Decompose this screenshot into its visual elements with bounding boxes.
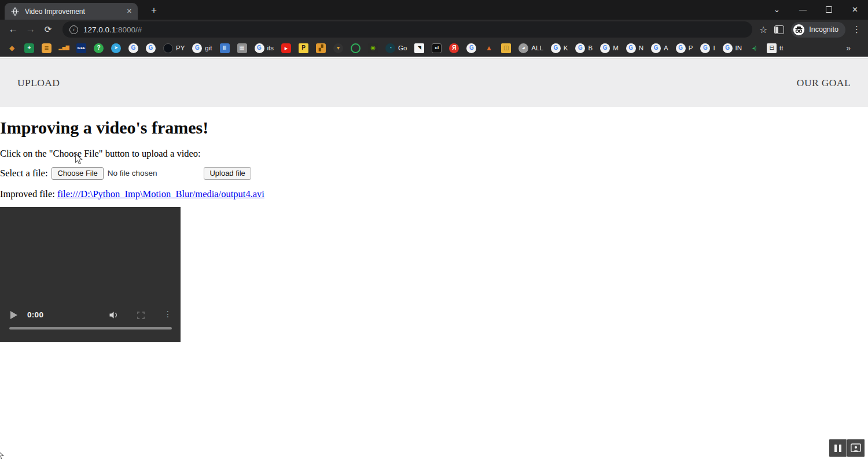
- bookmark-item[interactable]: ▂▅▇: [59, 43, 69, 53]
- google-icon: G: [700, 43, 710, 53]
- bookmark-item[interactable]: G I: [700, 43, 715, 53]
- bookmark-item[interactable]: ◆: [7, 43, 17, 53]
- bookmark-item[interactable]: ➤: [111, 43, 121, 53]
- browser-tab[interactable]: Video Improvement ✕: [5, 3, 138, 20]
- bookmark-item[interactable]: G B: [575, 43, 593, 53]
- incognito-icon: [793, 24, 805, 36]
- bookmark-item[interactable]: ◫: [501, 43, 511, 53]
- cart-icon: ▾: [333, 43, 343, 53]
- bookmarks-bar: ◆ + ≣ ▂▅▇ IEEE: [0, 39, 868, 57]
- swirl-icon: ◔: [385, 43, 395, 53]
- bus-icon: ⊟: [767, 43, 777, 53]
- upload-file-button[interactable]: Upload file: [204, 167, 251, 180]
- overlay-pip-button[interactable]: [847, 439, 865, 457]
- forward-button[interactable]: →: [23, 22, 38, 37]
- ieee-icon: IEEE: [76, 43, 86, 53]
- bookmark-item[interactable]: ◥: [414, 43, 424, 53]
- bookmark-item[interactable]: G: [128, 43, 138, 53]
- nav-link-upload[interactable]: UPLOAD: [17, 77, 60, 89]
- google-icon: G: [651, 43, 661, 53]
- improved-file-link[interactable]: file:///D:\Python_Imp\Motion_Blur/media/…: [57, 188, 264, 199]
- bookmark-item[interactable]: G N: [626, 43, 643, 53]
- site-info-icon[interactable]: i: [69, 25, 78, 34]
- orange-badge-icon: ≣: [42, 43, 52, 53]
- pause-icon: [834, 445, 841, 452]
- bookmark-item[interactable]: ▲: [484, 43, 494, 53]
- choose-file-button[interactable]: Choose File: [52, 167, 103, 180]
- window-restore-button[interactable]: [816, 0, 842, 19]
- film-strip-icon: Ⅲ: [220, 43, 230, 53]
- bookmark-item[interactable]: ◂): [749, 43, 759, 53]
- bookmark-item[interactable]: ◔ Go: [385, 43, 407, 53]
- url-text: 127.0.0.1:8000/#: [83, 25, 142, 34]
- bookmark-item[interactable]: G git: [192, 43, 212, 53]
- no-file-chosen-text: No file chosen: [108, 169, 157, 177]
- globe-icon: ◕: [518, 43, 528, 53]
- bookmark-item[interactable]: ◕ ALL: [518, 43, 543, 53]
- nvidia-icon: ◉: [368, 43, 378, 53]
- bookmark-item[interactable]: G its: [255, 43, 274, 53]
- bookmark-item[interactable]: G: [146, 43, 156, 53]
- bookmark-item[interactable]: ?: [94, 43, 104, 53]
- nav-link-our-goal[interactable]: OUR GOAL: [797, 77, 851, 89]
- bookmark-item[interactable]: G IN: [723, 43, 742, 53]
- bookmark-item[interactable]: G P: [676, 43, 693, 53]
- bookmark-item[interactable]: ▦: [237, 43, 247, 53]
- bookmark-item[interactable]: cl: [432, 43, 442, 53]
- tab-strip: Video Improvement ✕ + ⌄ — ✕: [0, 0, 868, 20]
- video-progress-bar[interactable]: [9, 327, 172, 330]
- overlay-pause-button[interactable]: [829, 439, 847, 457]
- address-bar[interactable]: i 127.0.0.1:8000/#: [62, 21, 752, 38]
- bookmark-item[interactable]: G K: [551, 43, 568, 53]
- google-icon: G: [466, 43, 476, 53]
- reload-button[interactable]: ⟳: [41, 22, 56, 37]
- back-button[interactable]: ←: [6, 22, 21, 37]
- volume-green-icon: ◂): [749, 43, 759, 53]
- cl-icon: cl: [432, 43, 442, 53]
- select-file-label: Select a file:: [0, 168, 47, 179]
- bookmark-item[interactable]: ▾: [333, 43, 343, 53]
- video-volume-icon[interactable]: [109, 310, 119, 320]
- matlab-icon: ▲: [484, 43, 494, 53]
- bookmark-item[interactable]: Я: [449, 43, 459, 53]
- bookmark-item[interactable]: ⊟ tt: [767, 43, 783, 53]
- browser-menu-icon[interactable]: ⋮: [852, 24, 861, 35]
- side-panel-icon[interactable]: [774, 25, 784, 34]
- bookmark-item[interactable]: [351, 43, 361, 53]
- browser-toolbar: ← → ⟳ i 127.0.0.1:8000/# ☆ Incognito ⋮: [0, 20, 868, 39]
- question-circle-icon: ?: [94, 43, 104, 53]
- bookmarks-overflow-chevron[interactable]: »: [846, 43, 851, 53]
- bookmark-item[interactable]: ≣: [42, 43, 52, 53]
- bookmark-item[interactable]: PY: [163, 43, 185, 53]
- bookmark-item[interactable]: Ⅲ: [220, 43, 230, 53]
- video-more-options-icon[interactable]: ⋮: [164, 309, 172, 319]
- new-tab-button[interactable]: +: [148, 4, 160, 17]
- incognito-label: Incognito: [809, 25, 838, 34]
- bookmark-item[interactable]: IEEE: [76, 43, 86, 53]
- bookmark-item[interactable]: G A: [651, 43, 668, 53]
- bookmark-star-icon[interactable]: ☆: [759, 24, 767, 35]
- bookmark-item[interactable]: ▞: [316, 43, 326, 53]
- bookmark-item[interactable]: P: [299, 43, 308, 53]
- video-player[interactable]: 0:00 ⋮: [0, 207, 181, 342]
- google-icon: G: [192, 43, 202, 53]
- tab-close-icon[interactable]: ✕: [127, 8, 132, 15]
- bookmark-item[interactable]: G: [466, 43, 476, 53]
- kite-icon: ◆: [7, 43, 17, 53]
- video-play-icon[interactable]: [10, 311, 17, 319]
- bookmark-item[interactable]: G M: [600, 43, 619, 53]
- bookmark-item[interactable]: +: [24, 43, 34, 53]
- video-fullscreen-icon[interactable]: [137, 311, 145, 320]
- picture-in-picture-icon: [850, 443, 862, 453]
- incognito-badge: Incognito: [791, 22, 845, 38]
- window-close-button[interactable]: ✕: [842, 0, 868, 19]
- page-title: Improving a video's frames!: [0, 118, 868, 138]
- file-upload-row: Select a file: Choose File No file chose…: [0, 167, 868, 180]
- window-minimize-button[interactable]: —: [790, 0, 816, 19]
- tab-search-chevron-icon[interactable]: ⌄: [764, 0, 790, 19]
- bookmark-item[interactable]: ◉: [368, 43, 378, 53]
- toolbar-right: ☆ Incognito ⋮: [759, 22, 862, 38]
- bookmark-label: A: [664, 45, 668, 51]
- box-icon: ◫: [501, 43, 511, 53]
- bookmark-item[interactable]: ▶: [281, 43, 291, 53]
